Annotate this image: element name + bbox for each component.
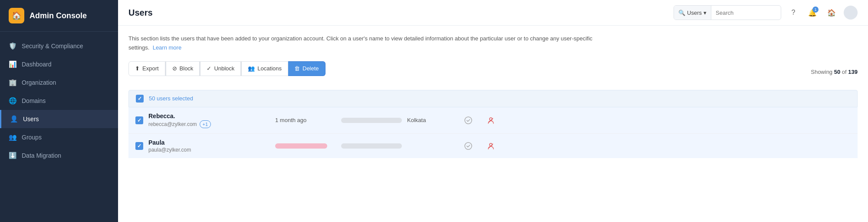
sidebar-item-label: Dashboard — [22, 61, 52, 68]
sidebar-item-label: Organization — [22, 79, 56, 86]
user-location: Kolkata — [407, 117, 459, 123]
description-text: This section lists the users that have b… — [128, 35, 592, 51]
sidebar-item-security[interactable]: 🛡️ Security & Compliance — [0, 37, 118, 55]
sidebar: 🏠 Admin Console 🛡️ Security & Compliance… — [0, 0, 118, 222]
block-label: Block — [180, 65, 194, 72]
org-icon: 🏢 — [9, 79, 16, 86]
table-row: ✓ Paula paula@zylker.com — [128, 134, 858, 158]
user-info-paula: Paula paula@zylker.com — [148, 139, 270, 153]
delete-label: Delete — [302, 65, 319, 72]
toolbar: ⬆ Export ⊘ Block ✓ Unblock 👥 Locations — [128, 61, 326, 76]
help-button[interactable]: ? — [786, 6, 800, 20]
users-icon: 👤 — [10, 115, 18, 123]
export-button[interactable]: ⬆ Export — [128, 61, 165, 76]
locations-label: Locations — [257, 65, 282, 72]
locations-icon: 👥 — [248, 65, 255, 72]
user-status-bar-pink — [275, 143, 327, 149]
header: Users 🔍 Users ▾ ? 🔔 1 🏠 — [118, 0, 868, 26]
unblock-button[interactable]: ✓ Unblock — [200, 61, 241, 76]
search-filter-dropdown[interactable]: 🔍 Users ▾ — [674, 6, 711, 20]
search-filter-icon: 🔍 — [678, 10, 685, 16]
sidebar-item-organization[interactable]: 🏢 Organization — [0, 73, 118, 92]
delete-icon: 🗑 — [294, 65, 300, 72]
export-label: Export — [142, 65, 159, 72]
learn-more-link[interactable]: Learn more — [153, 44, 181, 51]
sidebar-item-domains[interactable]: 🌐 Domains — [0, 92, 118, 110]
sidebar-logo[interactable]: 🏠 Admin Console — [0, 0, 118, 32]
sidebar-item-users[interactable]: 👤 Users — [0, 110, 118, 128]
delete-button[interactable]: 🗑 Delete — [288, 61, 326, 76]
user-block-icon[interactable] — [487, 116, 504, 124]
user-name[interactable]: Paula — [148, 139, 270, 146]
page-title: Users — [128, 8, 153, 18]
sidebar-item-groups[interactable]: 👥 Groups — [0, 128, 118, 146]
user-time — [275, 143, 336, 149]
sidebar-item-label: Security & Compliance — [22, 43, 83, 50]
user-status-bar — [341, 118, 402, 123]
unblock-icon: ✓ — [207, 65, 211, 72]
search-container: 🔍 Users ▾ — [674, 5, 781, 20]
sidebar-item-label: Data Migration — [22, 152, 61, 159]
user-email-row: rebecca@zylker.com +1 — [148, 120, 270, 128]
sidebar-item-label: Users — [23, 116, 39, 123]
sidebar-item-dashboard[interactable]: 📊 Dashboard — [0, 55, 118, 73]
logo-text: Admin Console — [30, 11, 87, 20]
select-all-checkbox[interactable]: ✓ — [136, 95, 144, 103]
home-button[interactable]: 🏠 — [825, 6, 838, 20]
table-header-row: ✓ 50 users selected — [128, 90, 858, 107]
search-input[interactable] — [711, 10, 781, 16]
table-row: ✓ Rebecca. rebecca@zylker.com +1 1 month… — [128, 107, 858, 134]
dashboard-icon: 📊 — [9, 60, 16, 68]
description: This section lists the users that have b… — [128, 34, 606, 53]
showing-count: Showing 50 of 139 — [811, 69, 858, 75]
svg-point-0 — [465, 117, 472, 124]
user-verified-icon — [464, 142, 482, 150]
check-icon: ✓ — [138, 96, 142, 102]
unblock-label: Unblock — [214, 65, 234, 72]
groups-icon: 👥 — [9, 133, 16, 141]
selected-label: 50 users selected — [149, 95, 193, 102]
block-icon: ⊘ — [172, 65, 177, 72]
user-status-bar — [341, 143, 402, 149]
plus-badge: +1 — [200, 120, 211, 128]
row-checkbox-paula[interactable]: ✓ — [135, 142, 143, 150]
chevron-down-icon: ▾ — [704, 10, 707, 16]
block-button[interactable]: ⊘ Block — [166, 61, 200, 76]
migration-icon: ⬇️ — [9, 152, 16, 159]
user-name[interactable]: Rebecca. — [148, 113, 270, 119]
user-email-row: paula@zylker.com — [148, 147, 270, 153]
export-icon: ⬆ — [135, 65, 140, 72]
search-filter-label: Users — [687, 10, 702, 16]
svg-point-3 — [465, 142, 472, 149]
user-block-icon[interactable] — [487, 142, 504, 150]
sidebar-nav: 🛡️ Security & Compliance 📊 Dashboard 🏢 O… — [0, 32, 118, 170]
user-email: rebecca@zylker.com — [148, 121, 197, 127]
home-icon: 🏠 — [827, 9, 836, 17]
check-icon: ✓ — [137, 117, 141, 123]
avatar[interactable] — [844, 6, 858, 20]
user-verified-icon — [464, 116, 482, 124]
sidebar-item-label: Groups — [22, 134, 42, 141]
row-checkbox-rebecca[interactable]: ✓ — [135, 116, 143, 124]
help-icon: ? — [792, 9, 796, 17]
notifications-button[interactable]: 🔔 1 — [806, 6, 819, 20]
domains-icon: 🌐 — [9, 97, 16, 105]
user-email: paula@zylker.com — [148, 147, 191, 153]
user-info-rebecca: Rebecca. rebecca@zylker.com +1 — [148, 113, 270, 128]
main-content: Users 🔍 Users ▾ ? 🔔 1 🏠 This section lis… — [118, 0, 868, 222]
user-time: 1 month ago — [275, 117, 336, 123]
sidebar-item-label: Domains — [22, 97, 46, 104]
logo-icon: 🏠 — [9, 8, 24, 23]
sidebar-item-data-migration[interactable]: ⬇️ Data Migration — [0, 146, 118, 165]
check-icon: ✓ — [137, 143, 141, 149]
notification-badge: 1 — [812, 7, 819, 13]
content-area: This section lists the users that have b… — [118, 26, 868, 222]
locations-button[interactable]: 👥 Locations — [241, 61, 288, 76]
shield-icon: 🛡️ — [9, 42, 16, 50]
users-table: ✓ 50 users selected ✓ Rebecca. rebecca@z… — [128, 90, 858, 158]
